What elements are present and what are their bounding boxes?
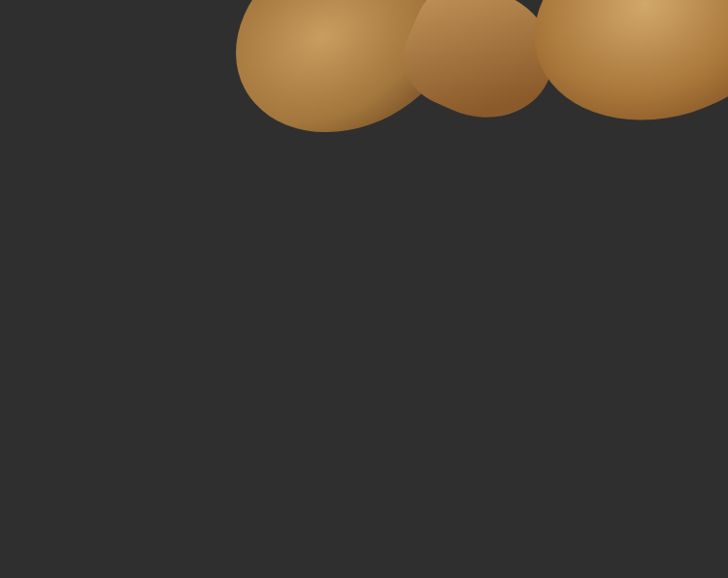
viewport-3d[interactable] — [0, 0, 728, 578]
